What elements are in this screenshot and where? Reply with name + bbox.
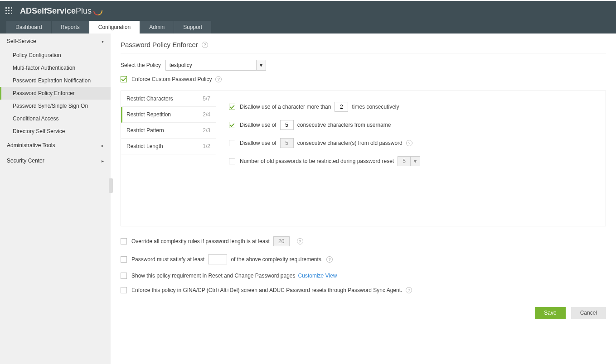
enforce-gina-checkbox[interactable] bbox=[121, 287, 127, 293]
ptab-restrict-repetition[interactable]: Restrict Repetition2/4 bbox=[121, 107, 216, 123]
override-length-checkbox[interactable] bbox=[121, 238, 127, 244]
tab-configuration[interactable]: Configuration bbox=[89, 21, 140, 34]
help-icon[interactable]: ? bbox=[202, 42, 208, 48]
show-in-pages-checkbox[interactable] bbox=[121, 273, 127, 279]
chevron-down-icon[interactable]: ▾ bbox=[410, 156, 420, 166]
enforce-custom-label: Enforce Custom Password Policy bbox=[131, 76, 212, 82]
sidebar-item-directory-self-service[interactable]: Directory Self Service bbox=[0, 125, 111, 138]
rule-oldpwd-chars: Disallow use of consecutive character(s)… bbox=[229, 138, 593, 148]
show-in-pages-rule: Show this policy requirement in Reset an… bbox=[121, 273, 606, 279]
enforce-gina-rule: Enforce this policy in GINA/CP (Ctrl+Alt… bbox=[121, 287, 606, 293]
apps-grid-icon[interactable] bbox=[5, 7, 13, 14]
policy-select-value: testpolicy bbox=[165, 60, 256, 71]
brand-name-a: ADSelfService bbox=[20, 6, 76, 16]
customize-view-link[interactable]: Customize View bbox=[298, 273, 337, 279]
override-length-input[interactable] bbox=[273, 236, 290, 246]
chevron-down-icon[interactable]: ▾ bbox=[256, 60, 266, 71]
tab-admin[interactable]: Admin bbox=[140, 21, 174, 34]
sidebar-section-security-center[interactable]: Security Center ▸ bbox=[0, 153, 111, 168]
brand-logo: ADSelfService Plus bbox=[20, 6, 102, 16]
sidebar-item-conditional-access[interactable]: Conditional Access bbox=[0, 112, 111, 125]
rule-oldpwd-chars-checkbox[interactable] bbox=[229, 140, 235, 146]
rule-username-chars-input[interactable] bbox=[280, 120, 294, 130]
sidebar: Self-Service ▾ Policy Configuration Mult… bbox=[0, 34, 111, 364]
topbar: ADSelfService Plus bbox=[0, 0, 616, 21]
panel-body: Disallow use of a character more than ti… bbox=[216, 91, 606, 226]
chevron-right-icon: ▸ bbox=[102, 158, 104, 163]
swirl-icon bbox=[92, 5, 104, 17]
restrict-panel: Restrict Characters5/7 Restrict Repetiti… bbox=[121, 91, 606, 226]
rule-repeat-char: Disallow use of a character more than ti… bbox=[229, 102, 593, 112]
help-icon[interactable]: ? bbox=[406, 140, 412, 146]
brand-name-b: Plus bbox=[76, 6, 92, 16]
satisfy-count-input[interactable] bbox=[208, 254, 227, 264]
rule-username-chars: Disallow use of consecutive characters f… bbox=[229, 120, 593, 130]
ptab-restrict-length[interactable]: Restrict Length1/2 bbox=[121, 139, 216, 154]
override-length-rule: Override all complexity rules if passwor… bbox=[121, 236, 606, 246]
enforce-custom-checkbox[interactable] bbox=[121, 76, 127, 82]
sidebar-section-label: Security Center bbox=[7, 158, 44, 164]
cancel-button[interactable]: Cancel bbox=[571, 307, 606, 319]
sidebar-section-label: Administrative Tools bbox=[7, 142, 55, 148]
help-icon[interactable]: ? bbox=[406, 287, 412, 293]
help-icon[interactable]: ? bbox=[297, 238, 303, 244]
sidebar-collapse-handle[interactable] bbox=[109, 178, 113, 193]
sidebar-item-sso[interactable]: Password Sync/Single Sign On bbox=[0, 100, 111, 112]
panel-tablist: Restrict Characters5/7 Restrict Repetiti… bbox=[121, 91, 216, 226]
rule-oldpwd-chars-input[interactable] bbox=[280, 138, 294, 148]
main-tabbar: Dashboard Reports Configuration Admin Su… bbox=[0, 21, 616, 34]
sidebar-item-mfa[interactable]: Multi-factor Authentication bbox=[0, 62, 111, 74]
help-icon[interactable]: ? bbox=[326, 256, 333, 263]
sidebar-section-self-service[interactable]: Self-Service ▾ bbox=[0, 34, 111, 49]
save-button[interactable]: Save bbox=[535, 307, 565, 319]
button-bar: Save Cancel bbox=[121, 307, 606, 319]
ptab-restrict-characters[interactable]: Restrict Characters5/7 bbox=[121, 91, 216, 107]
sidebar-section-label: Self-Service bbox=[7, 38, 36, 44]
policy-select[interactable]: testpolicy ▾ bbox=[165, 60, 266, 71]
sidebar-item-pwd-expiry[interactable]: Password Expiration Notification bbox=[0, 74, 111, 87]
rule-repeat-char-input[interactable] bbox=[335, 102, 348, 112]
select-policy-label: Select the Policy bbox=[121, 62, 161, 68]
page-title: Password Policy Enforcer ? bbox=[121, 41, 606, 53]
sidebar-item-policy-configuration[interactable]: Policy Configuration bbox=[0, 49, 111, 62]
rule-oldpwd-count: Number of old passwords to be restricted… bbox=[229, 156, 593, 166]
rule-username-chars-checkbox[interactable] bbox=[229, 122, 235, 128]
sidebar-section-admin-tools[interactable]: Administrative Tools ▸ bbox=[0, 138, 111, 153]
main-content: Password Policy Enforcer ? Select the Po… bbox=[111, 34, 616, 364]
tab-support[interactable]: Support bbox=[174, 21, 211, 34]
ptab-restrict-pattern[interactable]: Restrict Pattern2/3 bbox=[121, 123, 216, 139]
rule-oldpwd-count-checkbox[interactable] bbox=[229, 158, 235, 164]
chevron-right-icon: ▸ bbox=[102, 143, 104, 148]
rule-repeat-char-checkbox[interactable] bbox=[229, 104, 235, 110]
tab-dashboard[interactable]: Dashboard bbox=[6, 21, 51, 34]
tab-reports[interactable]: Reports bbox=[52, 21, 89, 34]
satisfy-count-rule: Password must satisfy at least of the ab… bbox=[121, 254, 606, 264]
rule-oldpwd-count-select[interactable]: 5 ▾ bbox=[398, 156, 420, 166]
sidebar-item-pwd-policy-enforcer[interactable]: Password Policy Enforcer bbox=[0, 87, 111, 100]
chevron-down-icon: ▾ bbox=[102, 39, 104, 44]
satisfy-count-checkbox[interactable] bbox=[121, 256, 127, 263]
help-icon[interactable]: ? bbox=[215, 76, 222, 82]
